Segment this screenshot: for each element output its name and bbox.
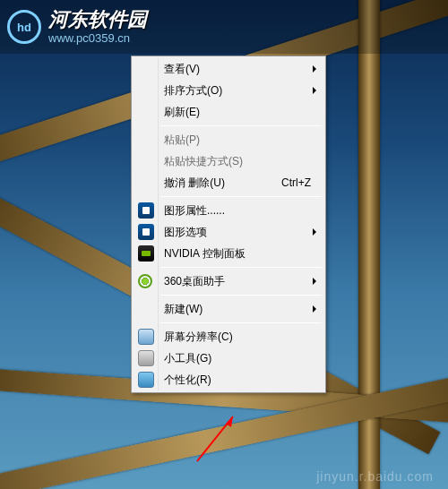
source-watermark: jinyun.r.baidu.com — [316, 469, 434, 484]
menu-item[interactable]: 排序方式(O) — [134, 80, 323, 101]
menu-item-label: 粘贴(P) — [164, 133, 200, 148]
submenu-arrow-icon — [313, 65, 316, 73]
submenu-arrow-icon — [313, 87, 316, 94]
menu-separator — [160, 125, 322, 126]
menu-item[interactable]: 新建(W) — [134, 298, 323, 320]
submenu-arrow-icon — [313, 305, 316, 313]
nvidia-icon — [138, 245, 154, 262]
menu-item-label: 粘贴快捷方式(S) — [164, 154, 243, 169]
menu-separator — [160, 267, 322, 268]
menu-shortcut: Ctrl+Z — [281, 176, 311, 189]
menu-item[interactable]: 小工具(G) — [134, 347, 323, 369]
menu-item: 粘贴快捷方式(S) — [134, 150, 323, 172]
logo-icon: hd — [7, 10, 41, 44]
menu-item[interactable]: NVIDIA 控制面板 — [134, 243, 323, 264]
menu-item-label: 排序方式(O) — [164, 83, 222, 99]
menu-item-label: 撤消 删除(U) — [164, 176, 225, 191]
menu-item[interactable]: 查看(V) — [134, 58, 323, 80]
site-watermark: hd 河东软件园 www.pc0359.cn — [0, 0, 448, 54]
menu-item[interactable]: 刷新(E) — [134, 101, 323, 123]
menu-item-label: 新建(W) — [164, 302, 202, 317]
menu-item-label: 360桌面助手 — [164, 274, 225, 289]
site-url: www.pc0359.cn — [48, 31, 147, 46]
gadget-icon — [138, 350, 154, 366]
submenu-arrow-icon — [313, 228, 316, 236]
menu-item-label: 刷新(E) — [164, 105, 200, 120]
menu-item[interactable]: 个性化(R) — [134, 369, 323, 390]
menu-item[interactable]: 360桌面助手 — [134, 270, 323, 292]
menu-item[interactable]: 图形属性...... — [134, 200, 323, 221]
menu-item[interactable]: 图形选项 — [134, 221, 323, 243]
menu-item: 粘贴(P) — [134, 129, 323, 150]
site-title: 河东软件园 — [48, 8, 147, 31]
menu-separator — [160, 295, 322, 296]
menu-item-label: 屏幕分辨率(C) — [164, 330, 233, 345]
menu-item[interactable]: 屏幕分辨率(C) — [134, 326, 323, 347]
menu-item-label: 查看(V) — [164, 62, 200, 77]
menu-item[interactable]: 撤消 删除(U)Ctrl+Z — [134, 172, 323, 193]
monitor-icon — [138, 329, 154, 345]
desktop-context-menu: 查看(V)排序方式(O)刷新(E)粘贴(P)粘贴快捷方式(S)撤消 删除(U)C… — [131, 56, 326, 393]
menu-separator — [160, 322, 322, 323]
submenu-arrow-icon — [313, 278, 316, 285]
360-icon — [138, 274, 152, 288]
intel-icon — [138, 202, 154, 219]
menu-item-label: NVIDIA 控制面板 — [164, 246, 246, 262]
menu-item-label: 图形选项 — [164, 225, 207, 240]
menu-item-label: 个性化(R) — [164, 373, 211, 388]
menu-item-label: 小工具(G) — [164, 351, 211, 366]
menu-item-label: 图形属性...... — [164, 203, 225, 219]
intel-icon — [138, 224, 154, 240]
menu-separator — [160, 196, 322, 197]
personalize-icon — [138, 372, 154, 388]
